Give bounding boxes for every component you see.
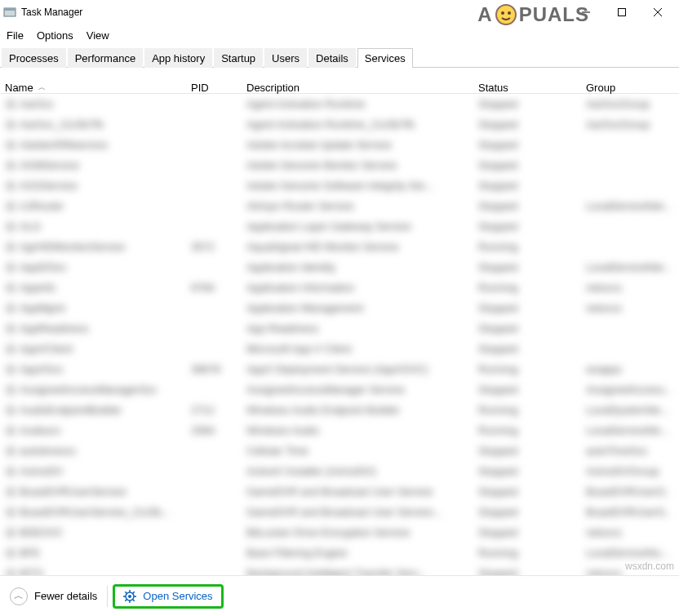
table-row[interactable]: AppReadinessApp ReadinessStopped bbox=[0, 318, 679, 339]
table-row[interactable]: AJRouterAllJoyn Router ServiceStoppedLoc… bbox=[0, 196, 679, 216]
svg-point-24 bbox=[9, 246, 12, 249]
cell-group: netsvcs bbox=[581, 525, 671, 540]
tab-app-history[interactable]: App history bbox=[144, 48, 212, 68]
cell-status: Stopped bbox=[473, 321, 581, 336]
bottom-bar: ︿ Fewer details Open Services bbox=[0, 575, 679, 616]
cell-description: AssignedAccessManager Service bbox=[242, 382, 473, 397]
cell-status: Stopped bbox=[473, 137, 581, 153]
table-row[interactable]: AudioEndpointBuilder2712Windows Audio En… bbox=[0, 400, 679, 420]
cell-description: AllJoyn Router Service bbox=[242, 198, 473, 214]
service-icon bbox=[5, 201, 16, 212]
service-icon bbox=[5, 323, 16, 335]
cell-description: Application Information bbox=[242, 280, 473, 295]
cell-name: AGMService bbox=[20, 159, 79, 171]
divider bbox=[107, 586, 108, 607]
svg-point-50 bbox=[9, 511, 12, 514]
cell-name: AdobeARMservice bbox=[20, 139, 108, 151]
cell-name: AudioEndpointBuilder bbox=[20, 404, 122, 416]
services-grid[interactable]: AarSvcAgent Activation RuntimeStoppedAar… bbox=[0, 94, 679, 590]
menu-view[interactable]: View bbox=[80, 28, 116, 43]
cell-name: AgrHIDMonitorService bbox=[20, 241, 125, 253]
table-row[interactable]: AgrHIDMonitorService3572AquaSignal HID M… bbox=[0, 237, 679, 257]
table-row[interactable]: AarSvcAgent Activation RuntimeStoppedAar… bbox=[0, 94, 679, 114]
cell-name: BFE bbox=[20, 547, 40, 559]
cell-group: LocalServiceNet... bbox=[581, 259, 671, 275]
cell-group: LocalServiceNe... bbox=[581, 423, 671, 438]
cell-name: AJRouter bbox=[20, 200, 64, 212]
table-row[interactable]: AppVClientMicrosoft App-V ClientStopped bbox=[0, 339, 679, 359]
cell-group bbox=[581, 225, 671, 228]
menu-options[interactable]: Options bbox=[30, 28, 80, 43]
table-row[interactable]: BDESVCBitLocker Drive Encryption Service… bbox=[0, 522, 679, 543]
table-row[interactable]: AppXSvc38676AppX Deployment Service (App… bbox=[0, 359, 679, 379]
cell-group: AarSvcGroup bbox=[581, 96, 671, 112]
cell-status: Stopped bbox=[473, 96, 581, 112]
tab-services[interactable]: Services bbox=[357, 48, 413, 68]
fewer-details-button[interactable]: ︿ Fewer details bbox=[5, 584, 102, 609]
cell-pid bbox=[186, 184, 242, 188]
svg-point-28 bbox=[9, 286, 12, 290]
table-row[interactable]: autotimesvcCellular TimeStoppedautoTimeS… bbox=[0, 441, 679, 461]
service-icon bbox=[5, 486, 16, 498]
cell-pid bbox=[186, 164, 242, 167]
svg-point-14 bbox=[9, 144, 12, 147]
cell-pid: 3572 bbox=[186, 239, 242, 255]
tab-details[interactable]: Details bbox=[308, 48, 356, 68]
service-icon bbox=[5, 364, 16, 375]
service-icon bbox=[5, 282, 16, 294]
table-row[interactable]: AarSvc_21c5b7fbAgent Activation Runtime_… bbox=[0, 114, 679, 135]
tab-users[interactable]: Users bbox=[264, 48, 307, 68]
tab-processes[interactable]: Processes bbox=[2, 48, 66, 68]
cell-name: AGSService bbox=[20, 179, 78, 192]
table-row[interactable]: ALGApplication Layer Gateway ServiceStop… bbox=[0, 216, 679, 237]
service-icon bbox=[5, 445, 16, 457]
table-row[interactable]: AxInstSVActiveX Installer (AxInstSV)Stop… bbox=[0, 461, 679, 481]
column-headers: Name ︿ PID Description Status Group bbox=[0, 71, 679, 94]
menu-file[interactable]: File bbox=[0, 28, 30, 43]
table-row[interactable]: BFEBase Filtering EngineRunningLocalServ… bbox=[0, 543, 679, 563]
cell-description: Cellular Time bbox=[242, 443, 473, 459]
open-services-label: Open Services bbox=[143, 590, 212, 602]
cell-description: AquaSignal HID Monitor Service bbox=[242, 239, 473, 255]
cell-name: Appinfo bbox=[20, 281, 55, 294]
cell-group: netsvcs bbox=[581, 280, 671, 295]
svg-point-32 bbox=[9, 327, 12, 330]
table-row[interactable]: BcastDVRUserServiceGameDVR and Broadcast… bbox=[0, 481, 679, 502]
open-services-button[interactable]: Open Services bbox=[113, 584, 223, 609]
cell-status: Stopped bbox=[473, 484, 581, 499]
cell-description: AppX Deployment Service (AppXSVC) bbox=[242, 361, 473, 377]
service-icon bbox=[5, 405, 16, 416]
table-row[interactable]: BcastDVRUserService_21c5b...GameDVR and … bbox=[0, 502, 679, 522]
cell-status: Stopped bbox=[473, 300, 581, 316]
cell-description: Agent Activation Runtime_21c5b7fb bbox=[242, 117, 473, 132]
cell-name: BcastDVRUserService bbox=[20, 485, 126, 498]
maximize-button[interactable] bbox=[604, 0, 640, 24]
cell-status: Running bbox=[473, 239, 581, 255]
table-row[interactable]: AdobeARMserviceAdobe Acrobat Update Serv… bbox=[0, 135, 679, 155]
close-button[interactable] bbox=[640, 0, 676, 24]
cell-status: Running bbox=[473, 423, 581, 438]
cell-name: autotimesvc bbox=[20, 445, 76, 457]
service-icon bbox=[5, 221, 16, 233]
table-row[interactable]: AppIDSvcApplication IdentityStoppedLocal… bbox=[0, 257, 679, 277]
svg-line-63 bbox=[126, 592, 127, 593]
cell-description: Adobe Genuine Monitor Service bbox=[242, 157, 473, 173]
svg-point-10 bbox=[9, 103, 12, 106]
table-row[interactable]: AssignedAccessManagerSvcAssignedAccessMa… bbox=[0, 379, 679, 400]
table-row[interactable]: Audiosrv2584Windows AudioRunningLocalSer… bbox=[0, 420, 679, 441]
tab-performance[interactable]: Performance bbox=[68, 48, 143, 68]
cell-pid bbox=[186, 123, 242, 126]
service-icon bbox=[5, 119, 16, 131]
cell-name: BcastDVRUserService_21c5b... bbox=[20, 506, 170, 518]
cell-group: AssignedAccess... bbox=[581, 382, 671, 397]
svg-point-42 bbox=[9, 429, 12, 432]
minimize-button[interactable] bbox=[568, 0, 604, 24]
table-row[interactable]: AppMgmtApplication ManagementStoppednets… bbox=[0, 298, 679, 318]
table-row[interactable]: Appinfo6784Application InformationRunnin… bbox=[0, 277, 679, 298]
cell-description: Base Filtering Engine bbox=[242, 545, 473, 561]
cell-pid bbox=[186, 490, 242, 494]
service-icon bbox=[5, 180, 16, 192]
tab-startup[interactable]: Startup bbox=[214, 48, 263, 68]
table-row[interactable]: AGMServiceAdobe Genuine Monitor ServiceS… bbox=[0, 155, 679, 175]
table-row[interactable]: AGSServiceAdobe Genuine Software Integri… bbox=[0, 175, 679, 196]
